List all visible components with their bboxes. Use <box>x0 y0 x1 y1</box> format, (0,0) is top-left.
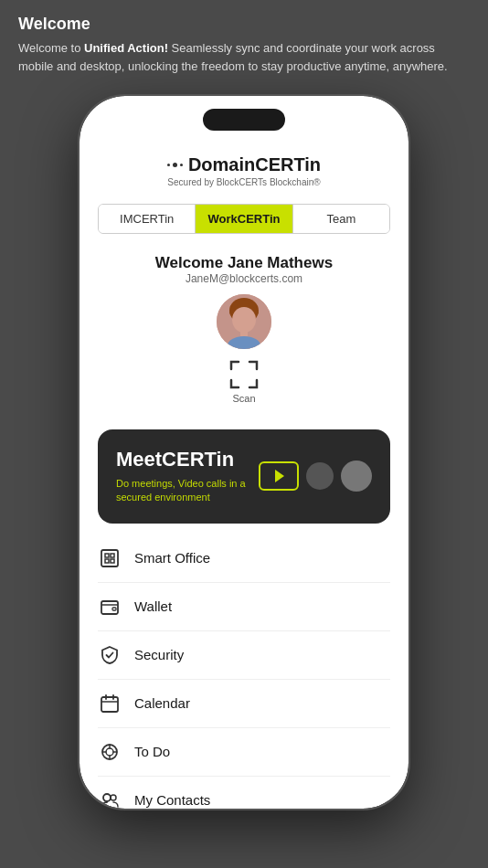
welcome-title: Welcome <box>18 15 470 34</box>
tab-team[interactable]: Team <box>293 205 389 233</box>
todo-icon <box>98 740 122 764</box>
meet-avatar-1 <box>306 462 334 490</box>
meet-card-icons <box>259 460 372 492</box>
welcome-intro: Welcome to <box>18 41 84 55</box>
menu-label-todo: To Do <box>134 744 170 759</box>
user-section: Welcome Jane Mathews JaneM@blockcerts.co… <box>80 243 408 420</box>
avatar <box>217 294 271 349</box>
svg-rect-7 <box>111 554 114 557</box>
welcome-body: Welcome to Unified Action! Seamlessly sy… <box>18 39 470 75</box>
contacts-icon <box>98 789 122 809</box>
svg-point-16 <box>111 795 116 800</box>
user-email: JaneM@blockcerts.com <box>80 272 408 285</box>
svg-rect-4 <box>240 329 248 336</box>
menu-item-todo[interactable]: To Do <box>98 728 390 777</box>
menu-item-contacts[interactable]: My Contacts <box>98 777 390 809</box>
svg-point-14 <box>106 748 113 756</box>
logo-dot-3 <box>180 164 183 166</box>
scan-container[interactable]: Scan <box>80 358 408 404</box>
brand-header: DomainCERTin Secured by BlockCERTs Block… <box>80 142 408 195</box>
svg-point-2 <box>232 307 256 333</box>
brand-subtitle: Secured by BlockCERTs Blockchain® <box>80 177 408 187</box>
welcome-brand-bold: Unified Action! <box>84 41 168 55</box>
phone-screen: DomainCERTin Secured by BlockCERTs Block… <box>80 96 408 809</box>
welcome-section: Welcome Welcome to Unified Action! Seaml… <box>18 15 470 75</box>
camera-triangle-icon <box>275 470 284 482</box>
menu-label-security: Security <box>134 647 184 662</box>
tabs-row: IMCERTin WorkCERTin Team <box>98 204 390 234</box>
meet-card-title: MeetCERTin <box>116 448 259 471</box>
menu-list: Smart Office Wallet <box>98 535 390 809</box>
user-name: Welcome Jane Mathews <box>80 254 408 272</box>
meet-card[interactable]: MeetCERTin Do meetings, Video calls in a… <box>98 429 390 524</box>
scan-icon <box>228 358 260 391</box>
svg-point-15 <box>103 794 111 801</box>
office-icon <box>98 546 122 570</box>
logo-dot-2 <box>173 163 177 167</box>
brand-logo-row: DomainCERTin <box>80 154 408 175</box>
scan-label: Scan <box>80 393 408 404</box>
menu-label-contacts: My Contacts <box>134 792 210 808</box>
menu-item-security[interactable]: Security <box>98 631 390 680</box>
brand-name: DomainCERTin <box>188 154 321 175</box>
svg-rect-9 <box>111 559 114 563</box>
avatar-image <box>217 294 271 349</box>
svg-rect-8 <box>105 559 109 563</box>
svg-rect-11 <box>112 608 116 610</box>
phone-shell: DomainCERTin Secured by BlockCERTs Block… <box>80 96 408 809</box>
meet-card-description: Do meetings, Video calls in a secured en… <box>116 477 259 505</box>
security-icon <box>98 643 122 667</box>
dynamic-island <box>203 109 285 131</box>
logo-dots <box>167 163 183 167</box>
video-icon <box>259 461 299 491</box>
wallet-icon <box>98 595 122 619</box>
calendar-icon <box>98 692 122 715</box>
svg-rect-5 <box>101 550 118 566</box>
tab-imcertin[interactable]: IMCERTin <box>99 205 196 233</box>
menu-label-wallet: Wallet <box>134 598 172 614</box>
tab-workcertin[interactable]: WorkCERTin <box>196 205 292 233</box>
screen-content: DomainCERTin Secured by BlockCERTs Block… <box>80 142 408 809</box>
menu-item-smart-office[interactable]: Smart Office <box>98 535 390 583</box>
meet-card-content: MeetCERTin Do meetings, Video calls in a… <box>116 448 259 505</box>
meet-avatar-2 <box>341 460 372 492</box>
menu-item-calendar[interactable]: Calendar <box>98 680 390 728</box>
menu-label-calendar: Calendar <box>134 695 190 711</box>
logo-dot-1 <box>167 164 170 166</box>
svg-rect-12 <box>101 697 118 712</box>
menu-label-smart-office: Smart Office <box>134 550 210 566</box>
menu-item-wallet[interactable]: Wallet <box>98 583 390 631</box>
svg-rect-6 <box>105 554 109 557</box>
